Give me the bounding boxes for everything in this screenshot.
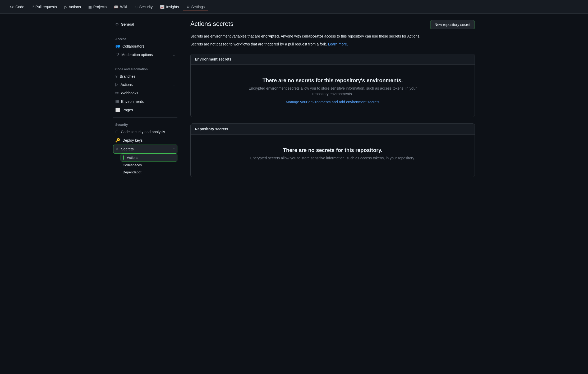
environment-secrets-header: Environment secrets xyxy=(191,54,475,65)
learn-more-link[interactable]: Learn more. xyxy=(328,42,348,46)
chevron-up-icon: ⌃ xyxy=(172,147,175,151)
sidebar-sub-item-dependabot[interactable]: Dependabot xyxy=(121,169,177,176)
sidebar-item-webhooks[interactable]: ⚯ Webhooks xyxy=(113,89,177,97)
sidebar-sub-item-actions[interactable]: Actions xyxy=(121,154,177,161)
nav-projects[interactable]: ▦ Projects xyxy=(85,3,110,11)
actions-sidebar-icon: ▷ xyxy=(115,82,118,87)
settings-icon: ⚙ xyxy=(186,5,190,9)
moderation-icon: 🗨 xyxy=(115,52,119,57)
encrypted-bold: encrypted xyxy=(261,34,279,38)
nav-wiki[interactable]: 📖 Wiki xyxy=(111,3,130,11)
secrets-submenu: Actions Codespaces Dependabot xyxy=(121,154,177,176)
projects-icon: ▦ xyxy=(88,5,92,9)
wiki-icon: 📖 xyxy=(114,5,118,9)
sidebar-item-pages[interactable]: ⬜ Pages xyxy=(113,106,177,114)
access-section-label: Access xyxy=(113,35,177,42)
chevron-down-icon-actions: ⌄ xyxy=(173,83,175,86)
page-title: Actions secrets xyxy=(190,20,233,27)
active-bar xyxy=(123,155,124,160)
security-section-label: Security xyxy=(113,121,177,128)
nav-settings[interactable]: ⚙ Settings xyxy=(183,3,208,11)
description-line1: Secrets are environment variables that a… xyxy=(190,33,475,39)
sidebar-item-secrets[interactable]: ✳ Secrets ⌃ xyxy=(113,145,177,154)
sidebar-sub-item-codespaces[interactable]: Codespaces xyxy=(121,161,177,169)
sidebar-item-environments[interactable]: ▦ Environments xyxy=(113,97,177,106)
pull-request-icon: ⑂ xyxy=(32,5,34,9)
sidebar-item-code-security[interactable]: ⊙ Code security and analysis xyxy=(113,128,177,136)
nav-actions[interactable]: ▷ Actions xyxy=(61,3,84,11)
sidebar-item-moderation[interactable]: 🗨 Moderation options ⌄ xyxy=(113,50,177,59)
nav-insights[interactable]: 📈 Insights xyxy=(157,3,182,11)
env-secrets-empty-title: There are no secrets for this repository… xyxy=(197,77,468,84)
shield-icon: ⊙ xyxy=(115,130,119,134)
branch-icon: ⑂ xyxy=(115,74,118,79)
code-automation-section-label: Code and automation xyxy=(113,65,177,72)
page-layout: ⚙ General Access 👥 Collaborators 🗨 Moder… xyxy=(109,14,479,183)
webhook-icon: ⚯ xyxy=(115,91,119,95)
sidebar-item-collaborators[interactable]: 👥 Collaborators xyxy=(113,42,177,50)
nav-pull-requests[interactable]: ⑂ Pull requests xyxy=(29,3,60,11)
pages-icon: ⬜ xyxy=(115,108,120,112)
insights-icon: 📈 xyxy=(160,5,164,9)
collaborator-bold: collaborator xyxy=(302,34,323,38)
sidebar-item-general[interactable]: ⚙ General xyxy=(113,20,177,29)
env-secrets-empty-desc: Encrypted environment secrets allow you … xyxy=(243,86,422,97)
security-icon: ⊙ xyxy=(135,5,138,9)
environment-secrets-section: Environment secrets There are no secrets… xyxy=(190,54,475,117)
sidebar-item-actions[interactable]: ▷ Actions ⌄ xyxy=(113,80,177,89)
description-line2: Secrets are not passed to workflows that… xyxy=(190,41,475,47)
people-icon: 👥 xyxy=(115,44,120,49)
repository-secrets-header: Repository secrets xyxy=(191,124,475,135)
sidebar-item-deploy-keys[interactable]: 🔑 Deploy keys xyxy=(113,136,177,145)
sidebar: ⚙ General Access 👥 Collaborators 🗨 Moder… xyxy=(113,20,182,177)
sidebar-item-branches[interactable]: ⑂ Branches xyxy=(113,72,177,80)
secret-icon: ✳ xyxy=(116,147,119,151)
top-nav: <> Code ⑂ Pull requests ▷ Actions ▦ Proj… xyxy=(0,0,588,14)
environment-secrets-body: There are no secrets for this repository… xyxy=(191,65,475,117)
nav-security[interactable]: ⊙ Security xyxy=(131,3,156,11)
repository-secrets-body: There are no secrets for this repository… xyxy=(191,135,475,177)
key-icon: 🔑 xyxy=(115,138,120,143)
nav-code[interactable]: <> Code xyxy=(6,3,27,11)
gear-icon: ⚙ xyxy=(115,22,119,27)
manage-environments-link[interactable]: Manage your environments and add environ… xyxy=(286,100,379,104)
code-icon: <> xyxy=(10,5,14,9)
repo-secrets-empty-title: There are no secrets for this repository… xyxy=(197,147,468,153)
chevron-down-icon: ⌄ xyxy=(173,53,175,57)
new-repository-secret-button[interactable]: New repository secret xyxy=(430,20,475,29)
environments-icon: ▦ xyxy=(115,99,119,104)
actions-icon: ▷ xyxy=(64,5,67,9)
repository-secrets-section: Repository secrets There are no secrets … xyxy=(190,123,475,177)
main-content: Actions secrets New repository secret Se… xyxy=(182,20,475,177)
repo-secrets-empty-desc: Encrypted secrets allow you to store sen… xyxy=(243,155,422,161)
main-header: Actions secrets New repository secret xyxy=(190,20,475,29)
